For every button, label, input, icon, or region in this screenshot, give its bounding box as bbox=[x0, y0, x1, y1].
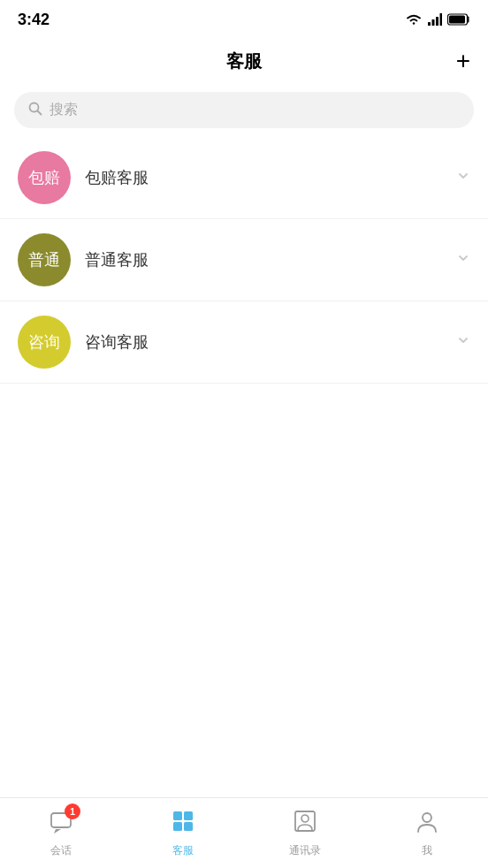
nav-label-chat: 会话 bbox=[50, 843, 72, 858]
svg-rect-11 bbox=[173, 822, 182, 831]
list-item[interactable]: 包赔 包赔客服 bbox=[0, 137, 488, 219]
list-item[interactable]: 普通 普通客服 bbox=[0, 219, 488, 301]
nav-label-contacts: 通讯录 bbox=[289, 843, 321, 858]
service-icon bbox=[171, 809, 195, 840]
nav-item-chat[interactable]: 1 会话 bbox=[0, 798, 122, 868]
svg-rect-1 bbox=[432, 19, 435, 26]
contacts-icon bbox=[293, 809, 317, 840]
nav-item-me[interactable]: 我 bbox=[366, 798, 488, 868]
svg-rect-0 bbox=[428, 22, 431, 26]
search-bar[interactable]: 搜索 bbox=[14, 92, 474, 128]
me-icon bbox=[415, 809, 439, 840]
battery-icon bbox=[447, 13, 470, 26]
svg-point-14 bbox=[301, 815, 309, 822]
svg-rect-3 bbox=[440, 13, 443, 26]
avatar-baopei: 包赔 bbox=[18, 151, 71, 204]
nav-label-me: 我 bbox=[422, 843, 432, 858]
svg-rect-9 bbox=[173, 811, 182, 820]
chevron-icon-2 bbox=[456, 251, 470, 270]
header: 客服 + bbox=[0, 39, 488, 83]
svg-rect-2 bbox=[436, 17, 438, 26]
search-icon bbox=[28, 102, 42, 119]
list-item[interactable]: 咨询 咨询客服 bbox=[0, 301, 488, 384]
nav-item-service[interactable]: 客服 bbox=[122, 798, 244, 868]
svg-rect-10 bbox=[184, 811, 193, 820]
avatar-putong: 普通 bbox=[18, 233, 71, 286]
item-label-baopei: 包赔客服 bbox=[85, 167, 456, 188]
status-icons bbox=[405, 13, 470, 26]
item-label-putong: 普通客服 bbox=[85, 249, 456, 270]
status-time: 3:42 bbox=[18, 11, 50, 29]
chevron-icon-3 bbox=[456, 333, 470, 352]
nav-label-service: 客服 bbox=[172, 843, 194, 858]
svg-point-15 bbox=[423, 813, 431, 822]
add-button[interactable]: + bbox=[456, 49, 470, 73]
list-container: 包赔 包赔客服 普通 普通客服 咨询 咨询客服 bbox=[0, 137, 488, 797]
chat-badge: 1 bbox=[65, 803, 80, 819]
bottom-nav: 1 会话 客服 通讯录 bbox=[0, 797, 488, 868]
signal-icon bbox=[428, 13, 442, 26]
chevron-icon-1 bbox=[456, 169, 470, 187]
avatar-zixun: 咨询 bbox=[18, 316, 71, 369]
svg-rect-5 bbox=[449, 16, 465, 24]
page-title: 客服 bbox=[226, 49, 262, 73]
svg-line-7 bbox=[38, 110, 42, 114]
wifi-icon bbox=[405, 13, 423, 26]
nav-item-contacts[interactable]: 通讯录 bbox=[244, 798, 366, 868]
search-placeholder: 搜索 bbox=[50, 101, 78, 119]
svg-rect-12 bbox=[184, 822, 193, 831]
search-container: 搜索 bbox=[0, 83, 488, 137]
item-label-zixun: 咨询客服 bbox=[85, 331, 456, 353]
status-bar: 3:42 bbox=[0, 0, 488, 39]
chat-icon: 1 bbox=[49, 809, 73, 840]
